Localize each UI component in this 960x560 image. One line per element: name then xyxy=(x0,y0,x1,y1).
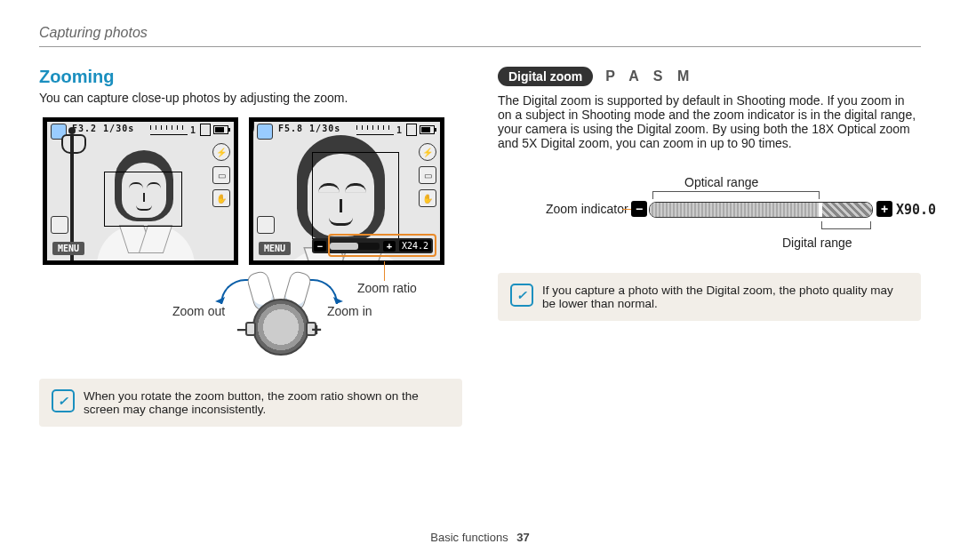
optical-segment xyxy=(650,203,819,217)
digital-bracket xyxy=(821,221,871,229)
zoom-out-icon: − xyxy=(314,241,326,252)
zoom-indicator-label: Zoom indicator xyxy=(546,202,628,216)
digital-segment xyxy=(822,203,872,217)
gauge-plus-icon: + xyxy=(876,201,892,217)
intro-text: You can capture close-up photos by adjus… xyxy=(39,91,462,105)
page-footer: Basic functions 37 xyxy=(0,531,960,544)
focus-frame xyxy=(104,172,182,227)
callout-highlight xyxy=(328,234,436,257)
optical-bracket xyxy=(652,191,820,199)
info-icon: ✓ xyxy=(52,389,75,412)
section-heading: Zooming xyxy=(39,67,462,87)
note-text: When you rotate the zoom button, the zoo… xyxy=(84,389,450,416)
zoom-dial-illustration: − + xyxy=(226,279,332,363)
digital-range-label: Digital range xyxy=(782,236,852,250)
footer-section: Basic functions xyxy=(430,531,508,544)
menu-button: MENU xyxy=(52,242,84,255)
gauge-minus-icon: − xyxy=(631,201,647,217)
page-number: 37 xyxy=(516,531,529,544)
header-rule xyxy=(39,46,921,47)
breadcrumb: Capturing photos xyxy=(39,25,921,41)
body-text: The Digital zoom is supported by default… xyxy=(498,93,921,150)
preview-zoom-in: F5.8 1/30s 1 ⚡ ▭ ✋ xyxy=(249,117,444,265)
info-icon: ✓ xyxy=(510,284,533,307)
minus-icon: − xyxy=(236,320,247,340)
zoom-ratio-label: Zoom ratio xyxy=(357,281,417,295)
note-text: If you capture a photo with the Digital … xyxy=(542,284,908,310)
right-column: Digital zoom P A S M The Digital zoom is… xyxy=(498,67,921,427)
focus-frame xyxy=(312,152,399,239)
plus-icon: + xyxy=(311,320,322,340)
preview-zoom-out: F3.2 1/30s 1 ⚡ ▭ ✋ xyxy=(43,117,238,265)
max-zoom-value: X90.0 xyxy=(896,202,936,218)
menu-button: MENU xyxy=(259,242,291,255)
digital-zoom-pill: Digital zoom xyxy=(498,67,593,86)
zoom-gauge-bar xyxy=(649,202,873,218)
zoom-dial-icon xyxy=(252,299,309,356)
optical-range-label: Optical range xyxy=(684,175,758,189)
callout-area: Zoom ratio Zoom out Zoom in − + xyxy=(39,265,462,363)
note-box: ✓ If you capture a photo with the Digita… xyxy=(498,273,921,321)
note-box: ✓ When you rotate the zoom button, the z… xyxy=(39,379,462,427)
left-column: Zooming You can capture close-up photos … xyxy=(39,67,462,427)
leader-line xyxy=(384,261,385,281)
zoom-gauge-diagram: Optical range Zoom indicator − + X90.0 D… xyxy=(498,159,921,257)
mode-letters: P A S M xyxy=(605,68,694,84)
